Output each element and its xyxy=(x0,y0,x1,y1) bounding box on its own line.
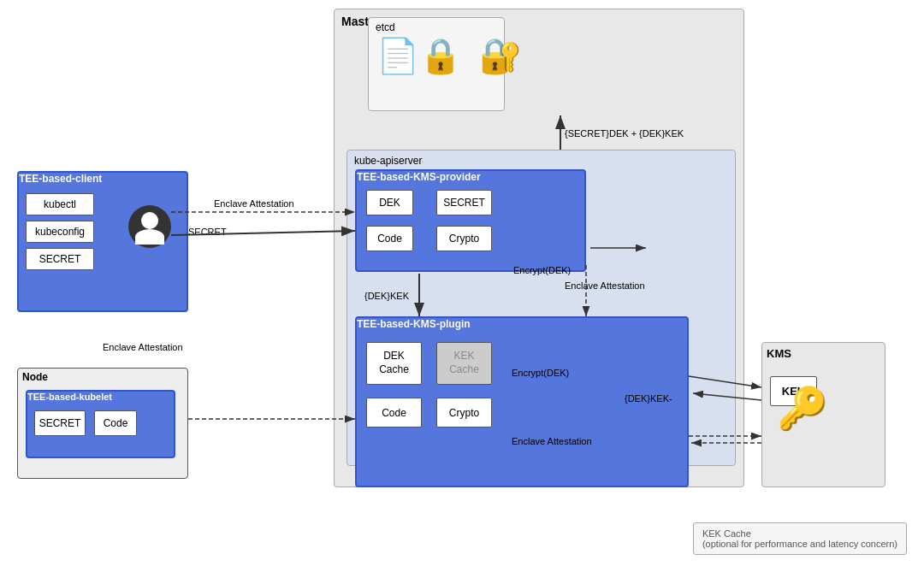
secret-label: SECRET xyxy=(188,227,227,237)
etcd-label: etcd xyxy=(376,21,395,33)
provider-code-cell: Code xyxy=(366,226,413,251)
kek-cache-note: KEK Cache (optional for performance and … xyxy=(693,522,907,555)
kms-provider-box xyxy=(355,169,586,272)
kubelet-code: Code xyxy=(94,410,137,436)
key-icon: 🔑 xyxy=(777,385,828,433)
kubelet-label: TEE-based-kubelet xyxy=(27,392,112,402)
enclave-attestation-2-label: Enclave Attestation xyxy=(565,280,645,291)
plugin-dek-cache-cell: DEKCache xyxy=(366,342,422,385)
etcd-arrow-label: {SECRET}DEK + {DEK}KEK xyxy=(565,128,684,139)
lock-icon: 🔐 xyxy=(479,36,522,76)
dek-kek-2-label: {DEK}KEK- xyxy=(625,393,672,404)
kms-label: KMS xyxy=(767,347,791,360)
person-icon xyxy=(128,205,171,248)
dek-kek-label: {DEK}KEK xyxy=(364,291,409,301)
etcd-icons: 📄🔒 🔐 xyxy=(376,36,522,76)
client-secret: SECRET xyxy=(26,248,94,270)
kube-apiserver-label: kube-apiserver xyxy=(354,155,422,167)
node-label: Node xyxy=(22,371,48,383)
doc-lock-icon: 📄🔒 xyxy=(376,36,462,76)
client-kubeconfig: kubeconfig xyxy=(26,221,94,243)
enclave-attestation-4-label: Enclave Attestation xyxy=(103,342,183,352)
kms-plugin-label: TEE-based-KMS-plugin xyxy=(357,318,471,330)
enclave-attestation-1-label: Enclave Attestation xyxy=(214,198,294,209)
enclave-attestation-3-label: Enclave Attestation xyxy=(512,436,592,446)
encrypt-dek-1-label: Encrypt(DEK) xyxy=(513,265,571,275)
plugin-crypto-cell: Crypto xyxy=(436,398,492,428)
kubelet-secret: SECRET xyxy=(34,410,86,436)
encrypt-dek-2-label: Encrypt(DEK) xyxy=(512,368,569,378)
client-label: TEE-based-client xyxy=(19,173,102,185)
plugin-code-cell: Code xyxy=(366,398,422,428)
plugin-kek-cache-cell: KEKCache xyxy=(436,342,492,385)
kek-cache-note-line2: (optional for performance and latency co… xyxy=(702,539,897,549)
provider-crypto-cell: Crypto xyxy=(436,226,492,251)
provider-secret-cell: SECRET xyxy=(436,190,492,215)
diagram: Master etcd 📄🔒 🔐 kube-apiserver TEE-base… xyxy=(0,0,924,572)
provider-dek-cell: DEK xyxy=(366,190,413,215)
client-kubectl: kubectl xyxy=(26,193,94,215)
kek-cache-note-line1: KEK Cache xyxy=(702,528,897,539)
kms-provider-label: TEE-based-KMS-provider xyxy=(357,171,481,183)
